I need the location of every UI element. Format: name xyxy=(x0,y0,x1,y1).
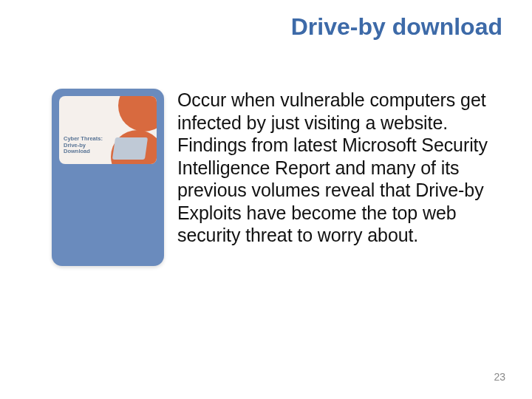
page-number: 23 xyxy=(494,371,505,383)
slide-title: Drive-by download xyxy=(0,13,502,41)
decor-circle-icon xyxy=(118,96,157,132)
body-paragraph: Occur when vulnerable computers get infe… xyxy=(177,89,488,247)
content-row: Cyber Threats: Drive-by Download Occur w… xyxy=(52,89,488,266)
laptop-icon xyxy=(112,137,148,160)
illustration-caption: Cyber Threats: Drive-by Download xyxy=(64,136,103,155)
caption-line: Download xyxy=(64,149,103,155)
illustration-panel: Cyber Threats: Drive-by Download xyxy=(52,89,164,266)
illustration-inset: Cyber Threats: Drive-by Download xyxy=(59,96,157,164)
